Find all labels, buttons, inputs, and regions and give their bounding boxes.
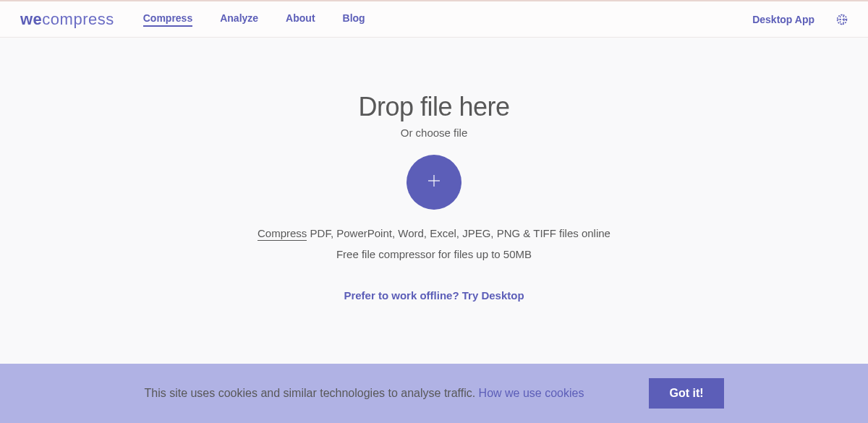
description-line1: Compress PDF, PowerPoint, Word, Excel, J… [0, 227, 868, 239]
logo-compress: compress [42, 10, 114, 28]
description-rest: PDF, PowerPoint, Word, Excel, JPEG, PNG … [307, 227, 610, 239]
description-line2: Free file compressor for files up to 50M… [0, 248, 868, 260]
choose-file-label: Or choose file [0, 127, 868, 139]
upload-button[interactable] [407, 155, 461, 210]
main-content: Drop file here Or choose file Compress P… [0, 38, 868, 302]
cookie-banner: This site uses cookies and similar techn… [0, 364, 868, 423]
drop-title: Drop file here [0, 92, 868, 122]
header-right: Desktop App [752, 14, 848, 25]
header-left: wecompress Compress Analyze About Blog [20, 10, 365, 29]
logo[interactable]: wecompress [20, 10, 114, 29]
compress-word: Compress [258, 227, 307, 241]
nav-blog[interactable]: Blog [343, 12, 365, 27]
header: wecompress Compress Analyze About Blog D… [0, 1, 868, 38]
cookie-text: This site uses cookies and similar techn… [144, 387, 584, 400]
nav-about[interactable]: About [286, 12, 315, 27]
offline-link[interactable]: Prefer to work offline? Try Desktop [344, 289, 524, 302]
desktop-app-link[interactable]: Desktop App [752, 14, 814, 25]
logo-we: we [20, 10, 42, 28]
nav-compress[interactable]: Compress [143, 12, 192, 27]
main-nav: Compress Analyze About Blog [143, 12, 365, 27]
nav-analyze[interactable]: Analyze [220, 12, 258, 27]
globe-icon[interactable] [836, 14, 848, 25]
cookie-accept-button[interactable]: Got it! [649, 378, 723, 409]
cookie-message: This site uses cookies and similar techn… [144, 387, 478, 399]
cookie-policy-link[interactable]: How we use cookies [479, 387, 584, 399]
plus-icon [425, 172, 443, 192]
